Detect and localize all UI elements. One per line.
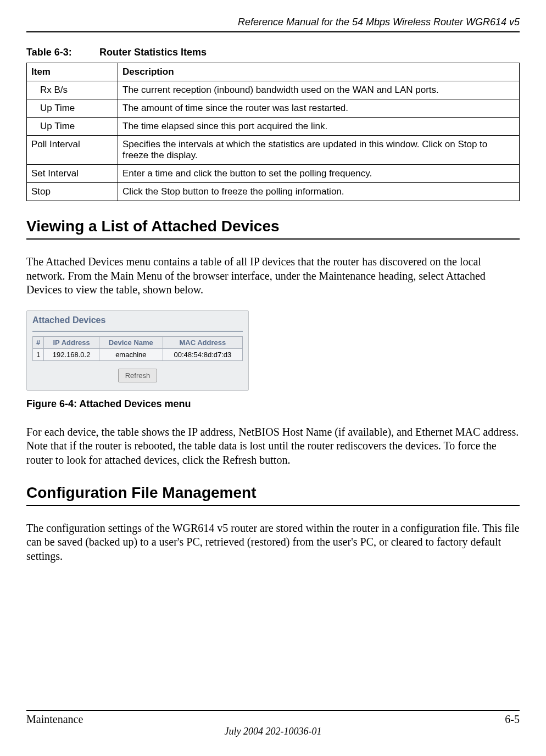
refresh-button[interactable]: Refresh — [118, 369, 158, 382]
table-item: Up Time — [31, 121, 75, 132]
table-desc: The time elapsed since this port acquire… — [118, 118, 520, 136]
router-statistics-table: Item Description Rx B/s The current rece… — [26, 63, 520, 201]
table-row: Set Interval Enter a time and click the … — [27, 165, 520, 183]
devices-cell-mac: 00:48:54:8d:d7:d3 — [163, 348, 242, 360]
section-body: The configuration settings of the WGR614… — [26, 521, 520, 564]
table-desc: Enter a time and click the button to set… — [118, 165, 520, 183]
table-caption-title: Router Statistics Items — [99, 47, 207, 58]
running-header: Reference Manual for the 54 Mbps Wireles… — [26, 16, 520, 32]
devices-header-mac: MAC Address — [163, 336, 242, 348]
table-item: Up Time — [31, 103, 75, 114]
section-heading-attached-devices: Viewing a List of Attached Devices — [26, 218, 520, 240]
attached-devices-figure: Attached Devices # IP Address Device Nam… — [26, 310, 249, 391]
table-header-description: Description — [118, 63, 520, 81]
attached-devices-table: # IP Address Device Name MAC Address 1 1… — [32, 336, 243, 361]
table-caption: Table 6-3: Router Statistics Items — [26, 47, 520, 58]
devices-header-ip: IP Address — [44, 336, 99, 348]
table-desc: The current reception (inbound) bandwidt… — [118, 81, 520, 99]
figure-title: Attached Devices — [32, 315, 243, 325]
devices-header-name: Device Name — [99, 336, 163, 348]
section-body: For each device, the table shows the IP … — [26, 425, 520, 468]
table-row: Stop Click the Stop button to freeze the… — [27, 183, 520, 201]
table-row: Rx B/s The current reception (inbound) b… — [27, 81, 520, 99]
table-caption-label: Table 6-3: — [26, 47, 97, 58]
figure-caption: Figure 6-4: Attached Devices menu — [26, 398, 520, 410]
devices-cell-num: 1 — [33, 348, 44, 360]
table-desc: Click the Stop button to freeze the poll… — [118, 183, 520, 201]
footer-center: July 2004 202-10036-01 — [26, 726, 520, 737]
footer-rule — [26, 710, 520, 711]
table-item: Poll Interval — [27, 136, 118, 165]
figure-divider — [32, 331, 243, 332]
table-row: 1 192.168.0.2 emachine 00:48:54:8d:d7:d3 — [33, 348, 243, 360]
page-footer: Maintenance 6-5 July 2004 202-10036-01 — [26, 710, 520, 737]
footer-left: Maintenance — [26, 713, 83, 726]
table-desc: Specifies the intervals at which the sta… — [118, 136, 520, 165]
table-row: Up Time The amount of time since the rou… — [27, 99, 520, 118]
devices-cell-name: emachine — [99, 348, 163, 360]
table-item: Stop — [27, 183, 118, 201]
table-item: Set Interval — [27, 165, 118, 183]
table-row: Poll Interval Specifies the intervals at… — [27, 136, 520, 165]
table-desc: The amount of time since the router was … — [118, 99, 520, 118]
table-row: Up Time The time elapsed since this port… — [27, 118, 520, 136]
section-heading-config-file: Configuration File Management — [26, 484, 520, 506]
table-item: Rx B/s — [31, 85, 68, 96]
section-body: The Attached Devices menu contains a tab… — [26, 255, 520, 297]
table-header-item: Item — [27, 63, 118, 81]
devices-cell-ip: 192.168.0.2 — [44, 348, 99, 360]
footer-right: 6-5 — [505, 713, 520, 726]
devices-header-num: # — [33, 336, 44, 348]
